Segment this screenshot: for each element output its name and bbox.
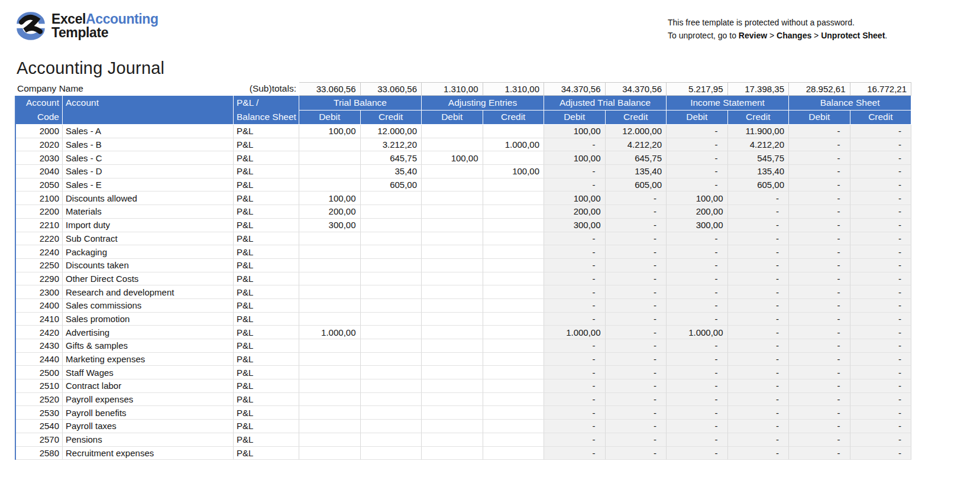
cell-account-code[interactable]: 2240 (16, 245, 63, 259)
cell-amount[interactable] (422, 125, 483, 138)
cell-amount[interactable] (299, 138, 361, 152)
cell-account-code[interactable]: 2020 (16, 138, 63, 152)
cell-amount[interactable]: - (606, 433, 667, 447)
cell-amount[interactable] (299, 433, 361, 447)
cell-account-name[interactable]: Research and development (63, 285, 234, 299)
cell-amount[interactable] (299, 313, 361, 326)
cell-account-code[interactable]: 2580 (16, 447, 63, 460)
cell-amount[interactable]: - (544, 178, 606, 192)
cell-amount[interactable]: - (789, 205, 850, 219)
cell-amount[interactable] (422, 420, 483, 433)
cell-amount[interactable] (483, 272, 545, 286)
cell-pl-type[interactable]: P&L (234, 165, 299, 178)
cell-amount[interactable]: 4.212,20 (728, 138, 790, 152)
cell-account-name[interactable]: Sales - C (63, 151, 234, 165)
cell-amount[interactable]: 11.900,00 (728, 125, 790, 138)
cell-amount[interactable]: - (667, 245, 728, 259)
company-name-cell[interactable]: Company Name (15, 82, 234, 96)
cell-amount[interactable] (299, 259, 361, 272)
cell-amount[interactable]: 1.000,00 (544, 326, 606, 339)
cell-amount[interactable] (361, 339, 422, 353)
cell-amount[interactable]: - (728, 420, 790, 433)
cell-amount[interactable]: - (850, 272, 912, 286)
cell-amount[interactable]: 100,00 (544, 151, 606, 165)
cell-amount[interactable] (483, 366, 545, 379)
cell-amount[interactable]: - (606, 205, 667, 219)
cell-amount[interactable] (422, 366, 483, 379)
cell-amount[interactable]: 4.212,20 (606, 138, 667, 152)
cell-amount[interactable]: - (667, 138, 728, 152)
cell-amount[interactable]: - (544, 299, 606, 313)
cell-account-code[interactable]: 2030 (16, 151, 63, 165)
cell-amount[interactable]: - (728, 366, 790, 379)
cell-amount[interactable]: - (850, 191, 912, 205)
cell-amount[interactable]: - (789, 379, 850, 393)
cell-account-name[interactable]: Sales promotion (63, 313, 234, 326)
cell-amount[interactable] (483, 191, 545, 205)
cell-amount[interactable] (299, 299, 361, 313)
cell-amount[interactable] (299, 420, 361, 433)
cell-amount[interactable]: 12.000,00 (361, 125, 422, 138)
cell-amount[interactable]: - (606, 259, 667, 272)
cell-amount[interactable]: - (789, 285, 850, 299)
cell-account-name[interactable]: Sales - D (63, 165, 234, 178)
cell-amount[interactable]: - (789, 406, 850, 420)
cell-amount[interactable] (299, 165, 361, 178)
cell-account-name[interactable]: Marketing expenses (63, 353, 234, 366)
cell-amount[interactable]: 645,75 (606, 151, 667, 165)
cell-amount[interactable]: - (544, 313, 606, 326)
cell-amount[interactable]: - (850, 326, 912, 339)
cell-account-name[interactable]: Discounts allowed (63, 191, 234, 205)
cell-amount[interactable]: - (850, 420, 912, 433)
cell-amount[interactable]: 605,00 (728, 178, 790, 192)
cell-amount[interactable]: - (850, 259, 912, 272)
cell-amount[interactable]: - (544, 259, 606, 272)
cell-amount[interactable]: - (606, 272, 667, 286)
cell-amount[interactable] (422, 272, 483, 286)
cell-account-name[interactable]: Packaging (63, 245, 234, 259)
cell-amount[interactable]: - (850, 406, 912, 420)
cell-amount[interactable]: - (728, 393, 790, 407)
cell-amount[interactable]: - (667, 165, 728, 178)
cell-amount[interactable]: - (850, 379, 912, 393)
cell-amount[interactable]: - (850, 353, 912, 366)
cell-amount[interactable]: - (728, 379, 790, 393)
cell-amount[interactable]: 300,00 (299, 219, 361, 232)
cell-pl-type[interactable]: P&L (234, 272, 299, 286)
cell-account-name[interactable]: Materials (63, 205, 234, 219)
cell-amount[interactable] (361, 219, 422, 232)
cell-pl-type[interactable]: P&L (234, 151, 299, 165)
cell-amount[interactable] (483, 205, 545, 219)
cell-account-name[interactable]: Sales - E (63, 178, 234, 192)
cell-amount[interactable] (483, 219, 545, 232)
cell-pl-type[interactable]: P&L (234, 299, 299, 313)
cell-amount[interactable] (483, 259, 545, 272)
cell-amount[interactable] (422, 379, 483, 393)
cell-amount[interactable]: - (667, 366, 728, 379)
cell-amount[interactable] (361, 393, 422, 407)
cell-amount[interactable] (483, 326, 545, 339)
cell-amount[interactable]: 100,00 (299, 125, 361, 138)
cell-amount[interactable]: 300,00 (667, 219, 728, 232)
cell-amount[interactable]: - (789, 191, 850, 205)
cell-account-code[interactable]: 2210 (16, 219, 63, 232)
cell-pl-type[interactable]: P&L (234, 393, 299, 407)
cell-pl-type[interactable]: P&L (234, 353, 299, 366)
cell-amount[interactable]: - (850, 433, 912, 447)
cell-account-code[interactable]: 2430 (16, 339, 63, 353)
cell-amount[interactable]: - (667, 285, 728, 299)
cell-amount[interactable]: 100,00 (483, 165, 545, 178)
cell-amount[interactable]: 100,00 (422, 151, 483, 165)
cell-amount[interactable]: - (667, 420, 728, 433)
cell-amount[interactable] (483, 125, 545, 138)
cell-amount[interactable]: - (789, 178, 850, 192)
cell-amount[interactable]: 1.000,00 (667, 326, 728, 339)
cell-amount[interactable] (299, 285, 361, 299)
cell-amount[interactable] (361, 191, 422, 205)
cell-amount[interactable]: - (606, 420, 667, 433)
cell-amount[interactable] (483, 393, 545, 407)
cell-account-name[interactable]: Recruitment expenses (63, 447, 234, 460)
cell-account-name[interactable]: Sales - B (63, 138, 234, 152)
cell-amount[interactable]: 135,40 (728, 165, 790, 178)
cell-amount[interactable] (299, 272, 361, 286)
